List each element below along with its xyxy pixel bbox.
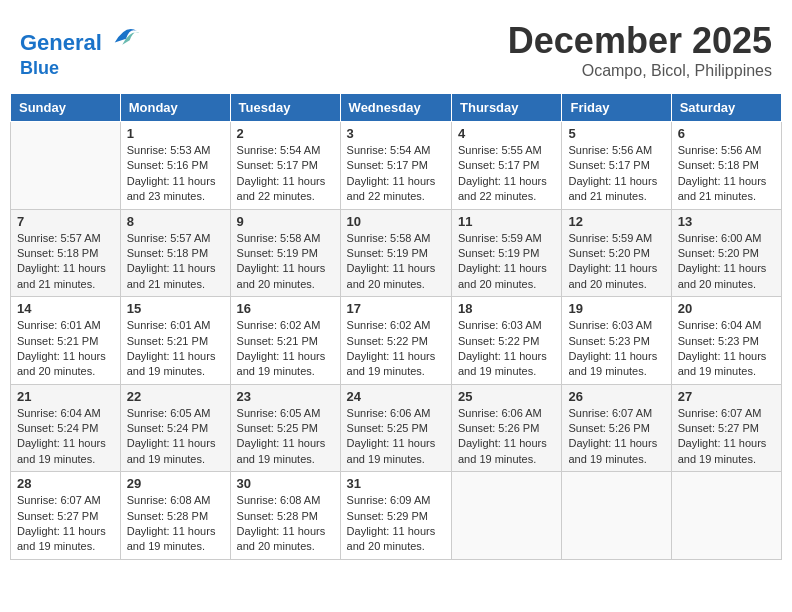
calendar-week-row: 7 Sunrise: 5:57 AMSunset: 5:18 PMDayligh… (11, 209, 782, 297)
day-info: Sunrise: 5:54 AMSunset: 5:17 PMDaylight:… (347, 143, 445, 205)
page-header: General Blue December 2025 Ocampo, Bicol… (10, 10, 782, 85)
day-number: 17 (347, 301, 445, 316)
day-number: 15 (127, 301, 224, 316)
day-info: Sunrise: 5:56 AMSunset: 5:17 PMDaylight:… (568, 143, 664, 205)
day-info: Sunrise: 6:03 AMSunset: 5:22 PMDaylight:… (458, 318, 555, 380)
day-info: Sunrise: 5:58 AMSunset: 5:19 PMDaylight:… (347, 231, 445, 293)
day-number: 2 (237, 126, 334, 141)
day-info: Sunrise: 6:07 AMSunset: 5:27 PMDaylight:… (17, 493, 114, 555)
day-info: Sunrise: 6:02 AMSunset: 5:22 PMDaylight:… (347, 318, 445, 380)
day-info: Sunrise: 6:07 AMSunset: 5:26 PMDaylight:… (568, 406, 664, 468)
day-number: 13 (678, 214, 775, 229)
calendar-week-row: 21 Sunrise: 6:04 AMSunset: 5:24 PMDaylig… (11, 384, 782, 472)
calendar-day-cell: 31 Sunrise: 6:09 AMSunset: 5:29 PMDaylig… (340, 472, 451, 560)
calendar-day-cell (671, 472, 781, 560)
day-info: Sunrise: 5:55 AMSunset: 5:17 PMDaylight:… (458, 143, 555, 205)
header-day: Wednesday (340, 94, 451, 122)
day-info: Sunrise: 6:03 AMSunset: 5:23 PMDaylight:… (568, 318, 664, 380)
day-number: 25 (458, 389, 555, 404)
header-day: Thursday (452, 94, 562, 122)
day-number: 24 (347, 389, 445, 404)
day-info: Sunrise: 5:57 AMSunset: 5:18 PMDaylight:… (127, 231, 224, 293)
calendar-day-cell: 25 Sunrise: 6:06 AMSunset: 5:26 PMDaylig… (452, 384, 562, 472)
logo-blue: Blue (20, 58, 59, 78)
calendar-header: SundayMondayTuesdayWednesdayThursdayFrid… (11, 94, 782, 122)
calendar-day-cell: 9 Sunrise: 5:58 AMSunset: 5:19 PMDayligh… (230, 209, 340, 297)
logo-general: General (20, 30, 102, 55)
calendar-day-cell: 11 Sunrise: 5:59 AMSunset: 5:19 PMDaylig… (452, 209, 562, 297)
day-number: 30 (237, 476, 334, 491)
day-info: Sunrise: 6:06 AMSunset: 5:26 PMDaylight:… (458, 406, 555, 468)
day-info: Sunrise: 5:59 AMSunset: 5:19 PMDaylight:… (458, 231, 555, 293)
day-number: 8 (127, 214, 224, 229)
day-number: 10 (347, 214, 445, 229)
day-number: 5 (568, 126, 664, 141)
calendar-day-cell: 3 Sunrise: 5:54 AMSunset: 5:17 PMDayligh… (340, 122, 451, 210)
day-number: 12 (568, 214, 664, 229)
day-info: Sunrise: 6:06 AMSunset: 5:25 PMDaylight:… (347, 406, 445, 468)
calendar-day-cell: 29 Sunrise: 6:08 AMSunset: 5:28 PMDaylig… (120, 472, 230, 560)
logo: General Blue (20, 20, 141, 79)
day-info: Sunrise: 6:00 AMSunset: 5:20 PMDaylight:… (678, 231, 775, 293)
day-info: Sunrise: 6:04 AMSunset: 5:24 PMDaylight:… (17, 406, 114, 468)
calendar-day-cell: 4 Sunrise: 5:55 AMSunset: 5:17 PMDayligh… (452, 122, 562, 210)
day-number: 7 (17, 214, 114, 229)
calendar-day-cell: 7 Sunrise: 5:57 AMSunset: 5:18 PMDayligh… (11, 209, 121, 297)
day-number: 3 (347, 126, 445, 141)
day-number: 9 (237, 214, 334, 229)
title-block: December 2025 Ocampo, Bicol, Philippines (508, 20, 772, 80)
day-info: Sunrise: 5:58 AMSunset: 5:19 PMDaylight:… (237, 231, 334, 293)
calendar-day-cell: 20 Sunrise: 6:04 AMSunset: 5:23 PMDaylig… (671, 297, 781, 385)
month-title: December 2025 (508, 20, 772, 62)
calendar-day-cell: 10 Sunrise: 5:58 AMSunset: 5:19 PMDaylig… (340, 209, 451, 297)
calendar-day-cell: 30 Sunrise: 6:08 AMSunset: 5:28 PMDaylig… (230, 472, 340, 560)
day-number: 6 (678, 126, 775, 141)
calendar-day-cell: 1 Sunrise: 5:53 AMSunset: 5:16 PMDayligh… (120, 122, 230, 210)
location-title: Ocampo, Bicol, Philippines (508, 62, 772, 80)
day-number: 27 (678, 389, 775, 404)
calendar-day-cell: 28 Sunrise: 6:07 AMSunset: 5:27 PMDaylig… (11, 472, 121, 560)
day-info: Sunrise: 6:01 AMSunset: 5:21 PMDaylight:… (17, 318, 114, 380)
day-number: 29 (127, 476, 224, 491)
day-info: Sunrise: 5:56 AMSunset: 5:18 PMDaylight:… (678, 143, 775, 205)
calendar-day-cell (11, 122, 121, 210)
header-day: Saturday (671, 94, 781, 122)
header-day: Monday (120, 94, 230, 122)
day-info: Sunrise: 5:57 AMSunset: 5:18 PMDaylight:… (17, 231, 114, 293)
day-number: 18 (458, 301, 555, 316)
day-number: 20 (678, 301, 775, 316)
day-info: Sunrise: 6:08 AMSunset: 5:28 PMDaylight:… (237, 493, 334, 555)
calendar-week-row: 1 Sunrise: 5:53 AMSunset: 5:16 PMDayligh… (11, 122, 782, 210)
day-number: 26 (568, 389, 664, 404)
day-number: 31 (347, 476, 445, 491)
calendar-day-cell: 23 Sunrise: 6:05 AMSunset: 5:25 PMDaylig… (230, 384, 340, 472)
logo-icon (111, 20, 141, 50)
calendar-day-cell: 22 Sunrise: 6:05 AMSunset: 5:24 PMDaylig… (120, 384, 230, 472)
day-number: 11 (458, 214, 555, 229)
calendar-day-cell: 16 Sunrise: 6:02 AMSunset: 5:21 PMDaylig… (230, 297, 340, 385)
day-number: 16 (237, 301, 334, 316)
calendar-day-cell: 2 Sunrise: 5:54 AMSunset: 5:17 PMDayligh… (230, 122, 340, 210)
calendar-table: SundayMondayTuesdayWednesdayThursdayFrid… (10, 93, 782, 560)
day-info: Sunrise: 6:08 AMSunset: 5:28 PMDaylight:… (127, 493, 224, 555)
day-info: Sunrise: 5:59 AMSunset: 5:20 PMDaylight:… (568, 231, 664, 293)
calendar-day-cell: 8 Sunrise: 5:57 AMSunset: 5:18 PMDayligh… (120, 209, 230, 297)
calendar-body: 1 Sunrise: 5:53 AMSunset: 5:16 PMDayligh… (11, 122, 782, 560)
calendar-day-cell (562, 472, 671, 560)
day-number: 28 (17, 476, 114, 491)
day-info: Sunrise: 6:02 AMSunset: 5:21 PMDaylight:… (237, 318, 334, 380)
day-info: Sunrise: 6:04 AMSunset: 5:23 PMDaylight:… (678, 318, 775, 380)
calendar-day-cell: 18 Sunrise: 6:03 AMSunset: 5:22 PMDaylig… (452, 297, 562, 385)
calendar-day-cell: 15 Sunrise: 6:01 AMSunset: 5:21 PMDaylig… (120, 297, 230, 385)
calendar-day-cell (452, 472, 562, 560)
day-number: 21 (17, 389, 114, 404)
calendar-day-cell: 27 Sunrise: 6:07 AMSunset: 5:27 PMDaylig… (671, 384, 781, 472)
day-info: Sunrise: 5:53 AMSunset: 5:16 PMDaylight:… (127, 143, 224, 205)
header-day: Tuesday (230, 94, 340, 122)
day-info: Sunrise: 6:05 AMSunset: 5:24 PMDaylight:… (127, 406, 224, 468)
day-number: 4 (458, 126, 555, 141)
calendar-day-cell: 12 Sunrise: 5:59 AMSunset: 5:20 PMDaylig… (562, 209, 671, 297)
calendar-day-cell: 6 Sunrise: 5:56 AMSunset: 5:18 PMDayligh… (671, 122, 781, 210)
calendar-week-row: 28 Sunrise: 6:07 AMSunset: 5:27 PMDaylig… (11, 472, 782, 560)
day-number: 14 (17, 301, 114, 316)
